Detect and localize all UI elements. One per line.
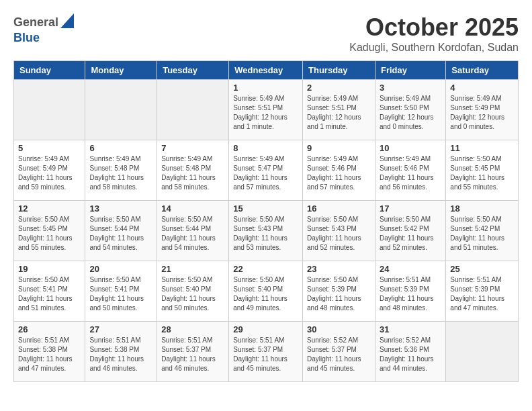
day-info: Sunrise: 5:51 AM Sunset: 5:39 PM Dayligh… [380, 275, 441, 313]
day-number: 8 [233, 143, 298, 153]
day-info: Sunrise: 5:50 AM Sunset: 5:42 PM Dayligh… [450, 215, 514, 253]
weekday-header-row: SundayMondayTuesdayWednesdayThursdayFrid… [14, 61, 519, 80]
weekday-header-saturday: Saturday [446, 61, 519, 80]
day-info: Sunrise: 5:50 AM Sunset: 5:41 PM Dayligh… [89, 275, 152, 313]
calendar-cell: 14Sunrise: 5:50 AM Sunset: 5:44 PM Dayli… [157, 201, 229, 261]
calendar-cell: 12Sunrise: 5:50 AM Sunset: 5:45 PM Dayli… [14, 201, 85, 261]
calendar-cell: 20Sunrise: 5:50 AM Sunset: 5:41 PM Dayli… [85, 261, 157, 322]
day-number: 23 [307, 264, 371, 274]
day-number: 11 [450, 143, 514, 153]
day-info: Sunrise: 5:49 AM Sunset: 5:47 PM Dayligh… [233, 154, 298, 192]
day-number: 14 [161, 203, 224, 214]
day-info: Sunrise: 5:50 AM Sunset: 5:45 PM Dayligh… [450, 154, 514, 192]
calendar-cell: 3Sunrise: 5:49 AM Sunset: 5:50 PM Daylig… [375, 80, 445, 140]
svg-marker-0 [60, 13, 74, 28]
day-number: 5 [18, 143, 81, 153]
day-info: Sunrise: 5:49 AM Sunset: 5:46 PM Dayligh… [307, 154, 371, 192]
calendar-cell: 28Sunrise: 5:51 AM Sunset: 5:37 PM Dayli… [157, 322, 229, 382]
day-info: Sunrise: 5:51 AM Sunset: 5:38 PM Dayligh… [89, 336, 152, 373]
day-number: 26 [18, 324, 81, 334]
day-number: 18 [450, 203, 514, 214]
calendar-cell: 23Sunrise: 5:50 AM Sunset: 5:39 PM Dayli… [303, 261, 375, 322]
day-number: 20 [89, 264, 152, 274]
calendar-cell: 19Sunrise: 5:50 AM Sunset: 5:41 PM Dayli… [14, 261, 85, 322]
day-number: 13 [89, 203, 152, 214]
day-info: Sunrise: 5:49 AM Sunset: 5:48 PM Dayligh… [89, 154, 152, 192]
week-row-2: 5Sunrise: 5:49 AM Sunset: 5:49 PM Daylig… [14, 140, 519, 201]
month-title: October 2025 [349, 13, 519, 42]
calendar-cell: 10Sunrise: 5:49 AM Sunset: 5:46 PM Dayli… [375, 140, 445, 201]
day-number: 21 [161, 264, 224, 274]
day-info: Sunrise: 5:50 AM Sunset: 5:39 PM Dayligh… [307, 275, 371, 313]
calendar-cell: 7Sunrise: 5:49 AM Sunset: 5:48 PM Daylig… [157, 140, 229, 201]
calendar-cell: 5Sunrise: 5:49 AM Sunset: 5:49 PM Daylig… [14, 140, 85, 201]
title-section: October 2025 Kadugli, Southern Kordofan,… [349, 13, 519, 54]
day-number: 16 [307, 203, 371, 214]
day-info: Sunrise: 5:50 AM Sunset: 5:42 PM Dayligh… [380, 215, 441, 253]
day-info: Sunrise: 5:49 AM Sunset: 5:50 PM Dayligh… [380, 94, 441, 132]
logo-blue-text: Blue [13, 31, 40, 44]
calendar-cell: 31Sunrise: 5:52 AM Sunset: 5:36 PM Dayli… [375, 322, 445, 382]
day-info: Sunrise: 5:50 AM Sunset: 5:45 PM Dayligh… [18, 215, 81, 253]
calendar-cell: 16Sunrise: 5:50 AM Sunset: 5:43 PM Dayli… [303, 201, 375, 261]
day-info: Sunrise: 5:51 AM Sunset: 5:38 PM Dayligh… [18, 336, 81, 373]
page-header: General Blue October 2025 Kadugli, South… [13, 13, 519, 54]
day-info: Sunrise: 5:51 AM Sunset: 5:37 PM Dayligh… [161, 336, 224, 373]
calendar-cell: 27Sunrise: 5:51 AM Sunset: 5:38 PM Dayli… [85, 322, 157, 382]
day-number: 31 [380, 324, 441, 334]
calendar-cell [14, 80, 85, 140]
day-number: 1 [233, 83, 298, 93]
day-info: Sunrise: 5:49 AM Sunset: 5:48 PM Dayligh… [161, 154, 224, 192]
day-number: 28 [161, 324, 224, 334]
weekday-header-thursday: Thursday [303, 61, 375, 80]
day-info: Sunrise: 5:51 AM Sunset: 5:39 PM Dayligh… [450, 275, 514, 313]
calendar-cell: 15Sunrise: 5:50 AM Sunset: 5:43 PM Dayli… [229, 201, 303, 261]
week-row-1: 1Sunrise: 5:49 AM Sunset: 5:51 PM Daylig… [14, 80, 519, 140]
logo-general-text: General [13, 15, 58, 30]
day-number: 2 [307, 83, 371, 93]
calendar-cell: 4Sunrise: 5:49 AM Sunset: 5:49 PM Daylig… [446, 80, 519, 140]
logo: General Blue [13, 13, 74, 45]
day-info: Sunrise: 5:49 AM Sunset: 5:51 PM Dayligh… [233, 94, 298, 132]
day-number: 10 [380, 143, 441, 153]
calendar-cell: 6Sunrise: 5:49 AM Sunset: 5:48 PM Daylig… [85, 140, 157, 201]
day-info: Sunrise: 5:51 AM Sunset: 5:37 PM Dayligh… [233, 336, 298, 373]
calendar-cell: 2Sunrise: 5:49 AM Sunset: 5:51 PM Daylig… [303, 80, 375, 140]
day-info: Sunrise: 5:49 AM Sunset: 5:51 PM Dayligh… [307, 94, 371, 132]
day-info: Sunrise: 5:50 AM Sunset: 5:43 PM Dayligh… [233, 215, 298, 253]
day-info: Sunrise: 5:50 AM Sunset: 5:44 PM Dayligh… [89, 215, 152, 253]
calendar-cell [446, 322, 519, 382]
calendar-cell: 17Sunrise: 5:50 AM Sunset: 5:42 PM Dayli… [375, 201, 445, 261]
day-number: 9 [307, 143, 371, 153]
calendar-cell: 30Sunrise: 5:52 AM Sunset: 5:37 PM Dayli… [303, 322, 375, 382]
calendar-cell: 9Sunrise: 5:49 AM Sunset: 5:46 PM Daylig… [303, 140, 375, 201]
location: Kadugli, Southern Kordofan, Sudan [349, 42, 519, 54]
day-info: Sunrise: 5:49 AM Sunset: 5:49 PM Dayligh… [450, 94, 514, 132]
calendar-cell: 13Sunrise: 5:50 AM Sunset: 5:44 PM Dayli… [85, 201, 157, 261]
day-number: 4 [450, 83, 514, 93]
calendar-cell: 8Sunrise: 5:49 AM Sunset: 5:47 PM Daylig… [229, 140, 303, 201]
logo-triangle-icon [60, 13, 74, 31]
week-row-3: 12Sunrise: 5:50 AM Sunset: 5:45 PM Dayli… [14, 201, 519, 261]
calendar-cell: 25Sunrise: 5:51 AM Sunset: 5:39 PM Dayli… [446, 261, 519, 322]
day-info: Sunrise: 5:50 AM Sunset: 5:40 PM Dayligh… [233, 275, 298, 313]
day-number: 12 [18, 203, 81, 214]
day-number: 27 [89, 324, 152, 334]
calendar-cell: 21Sunrise: 5:50 AM Sunset: 5:40 PM Dayli… [157, 261, 229, 322]
weekday-header-wednesday: Wednesday [229, 61, 303, 80]
day-number: 7 [161, 143, 224, 153]
day-number: 29 [233, 324, 298, 334]
calendar-cell: 26Sunrise: 5:51 AM Sunset: 5:38 PM Dayli… [14, 322, 85, 382]
day-number: 22 [233, 264, 298, 274]
calendar-cell: 11Sunrise: 5:50 AM Sunset: 5:45 PM Dayli… [446, 140, 519, 201]
day-info: Sunrise: 5:50 AM Sunset: 5:40 PM Dayligh… [161, 275, 224, 313]
calendar-cell [85, 80, 157, 140]
day-number: 25 [450, 264, 514, 274]
calendar-cell [157, 80, 229, 140]
day-number: 24 [380, 264, 441, 274]
day-info: Sunrise: 5:52 AM Sunset: 5:36 PM Dayligh… [380, 336, 441, 373]
day-info: Sunrise: 5:50 AM Sunset: 5:44 PM Dayligh… [161, 215, 224, 253]
day-info: Sunrise: 5:49 AM Sunset: 5:49 PM Dayligh… [18, 154, 81, 192]
day-number: 6 [89, 143, 152, 153]
week-row-4: 19Sunrise: 5:50 AM Sunset: 5:41 PM Dayli… [14, 261, 519, 322]
